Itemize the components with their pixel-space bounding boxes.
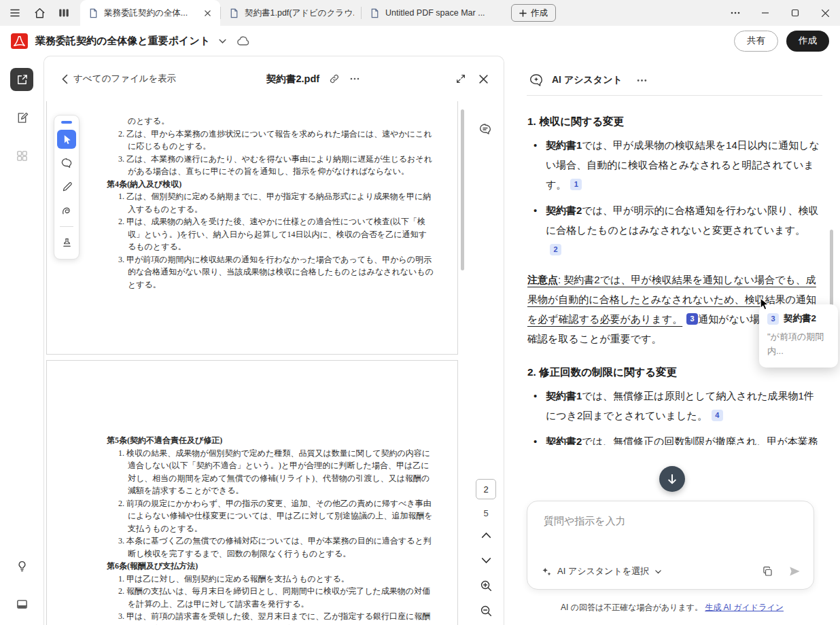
citation-badge[interactable]: 2 — [550, 244, 561, 255]
link-icon[interactable] — [329, 73, 340, 84]
pdf-scrollbar[interactable] — [461, 109, 464, 270]
pdf-header: すべてのファイルを表示 契約書2.pdf — [44, 56, 504, 101]
bullet-text: では、甲が成果物の検収結果を14日以内に通知しない場合、自動的に検収合格とみなさ… — [546, 139, 820, 190]
bottom-panel-icon[interactable] — [10, 592, 33, 615]
pdf-filename: 契約書2.pdf — [266, 73, 319, 86]
pdf-close-icon[interactable] — [478, 74, 489, 84]
prompt-input[interactable] — [527, 501, 813, 526]
ai-response-content[interactable]: 1. 検収に関する変更 契約書1では、甲が成果物の検収結果を14日以内に通知しな… — [504, 107, 840, 445]
draw-tool-icon[interactable] — [57, 177, 76, 196]
prompt-bottom-row: AI アシスタントを選択 — [527, 556, 813, 589]
select-tool-icon[interactable] — [57, 130, 76, 149]
organize-pages-icon[interactable] — [10, 144, 33, 167]
scroll-down-icon[interactable] — [659, 466, 685, 492]
back-label: すべてのファイルを表示 — [73, 73, 176, 85]
pdf-text-line: 3. 甲は、前項の請求書を受領した後、翌月末日までに、乙が指定する銀行口座に報酬 — [107, 610, 451, 623]
guideline-link[interactable]: 生成 AI ガイドライン — [705, 603, 784, 612]
assistant-select[interactable]: AI アシスタントを選択 — [541, 565, 662, 577]
citation-tooltip[interactable]: 3 契約書2 "が前項の期間内... — [759, 304, 838, 368]
apps-icon[interactable] — [53, 3, 75, 23]
disclaimer-text: AI の回答は不正確な場合があります。 — [561, 603, 703, 612]
pdf-text-line: によらない修補や仕様変更については、甲は乙に対して別途協議の上、追加報酬を — [107, 510, 451, 522]
bullet-bold-text: 契約書2 — [546, 204, 582, 216]
pdf-text-line: 2. 前項の規定にかかわらず、甲の指示の変更、追加、その他乙の責めに帰すべき事由 — [107, 497, 451, 510]
lightbulb-icon[interactable] — [10, 554, 33, 577]
pdf-text-line: 1. 甲は乙に対し、個別契約に定める報酬を支払うものとする。 — [107, 573, 451, 586]
document-icon — [370, 8, 380, 18]
tooltip-quote: "が前項の期間内... — [767, 329, 830, 358]
maximize-icon[interactable] — [780, 0, 810, 26]
tab-document-contract1[interactable]: 契約書1.pdf(アドビのクラウ... — [221, 0, 361, 26]
pdf-text-line: 的な合格通知がない限り、当該成果物は検収に合格したものとはみなされないもの — [107, 266, 451, 279]
pdf-text-line: 1. 乙は、個別契約に定める納期までに、甲が指定する納品形式により成果物を甲に納 — [107, 190, 451, 203]
more-icon[interactable] — [720, 0, 750, 26]
pdf-page-1-text: のとする。2. 乙は、甲から本業務の進捗状況について報告を求められた場合には、速… — [47, 115, 457, 291]
document-title: 業務委託契約の全体像と重要ポイント — [35, 35, 210, 48]
tab-document-summary[interactable]: 業務委託契約の全体... — [80, 0, 220, 26]
pdf-text-line: 収」という。)を行い、納入日から起算して14日以内に、検収の合否を乙に通知す — [107, 228, 451, 241]
pdf-text-line: を計算の上、乙は甲に対して請求書を発行する。 — [107, 598, 451, 611]
pdf-scroll-area[interactable]: のとする。2. 乙は、甲から本業務の進捗状況について報告を求められた場合には、速… — [44, 101, 504, 625]
ai-assistant-icon — [529, 73, 544, 87]
zoom-in-icon[interactable] — [476, 577, 495, 594]
document-icon — [88, 8, 99, 18]
pdf-text-line: 3. 甲が前項の期間内に検収結果の通知を行わなかった場合であっても、甲からの明示 — [107, 253, 451, 266]
app-toolbar: 業務委託契約の全体像と重要ポイント 共有 作成 — [0, 26, 840, 56]
ai-bullet-item: 契約書2では、無償修正の回数制限が撤廃され、甲が本業務の目的に適合すると判断し検… — [527, 431, 820, 445]
tab-close-icon[interactable] — [201, 7, 213, 19]
system-icons — [0, 3, 80, 23]
pdf-text-line: を振り込んで支払うものとする。なお、振込手数料は甲の負担とする。 — [107, 623, 451, 625]
toolbar-handle-icon[interactable] — [61, 121, 72, 124]
ai-section-heading: 1. 検収に関する変更 — [527, 114, 820, 129]
ai-scrollbar[interactable] — [830, 230, 833, 312]
edit-pdf-icon[interactable] — [10, 106, 33, 129]
tab-document-untitled[interactable]: Untitled PDF space Mar ... — [362, 0, 502, 26]
citation-badge[interactable]: 4 — [712, 410, 723, 421]
acrobat-app: { "colors": { "accent_blue": "#4b7cf5", … — [0, 0, 840, 625]
share-button[interactable]: 共有 — [734, 31, 778, 52]
chevron-down-icon[interactable] — [476, 552, 495, 569]
pdf-text-line: のとする。 — [107, 115, 451, 128]
bullet-text: では、無償修正の回数制限が撤廃され、甲が本業務の目的に適合すると判断し検収を完了… — [546, 435, 818, 445]
page-number-input[interactable]: 2 — [476, 479, 496, 499]
plus-icon — [519, 10, 527, 17]
window-controls — [720, 0, 840, 26]
pdf-text-line: 減額を請求することができる。 — [107, 484, 451, 497]
zoom-out-icon[interactable] — [476, 603, 495, 619]
create-button[interactable]: 作成 — [786, 31, 829, 52]
close-icon[interactable] — [810, 0, 840, 26]
left-sidebar — [0, 56, 43, 625]
copy-icon[interactable] — [759, 563, 775, 579]
bullet-bold-text: 契約書2 — [546, 435, 582, 445]
pdf-text-line: 2. 報酬の支払いは、毎月末日を締切日とし、同期間中に検収が完了した成果物の対価 — [107, 585, 451, 598]
new-tab-label: 作成 — [531, 7, 548, 19]
minimize-icon[interactable] — [750, 0, 780, 26]
citation-badge-active[interactable]: 3 — [686, 313, 698, 325]
bullet-bold-text: 契約書1 — [546, 390, 582, 401]
comment-tool-icon[interactable] — [57, 154, 76, 173]
new-tab-create-button[interactable]: 作成 — [511, 4, 556, 22]
citation-badge[interactable]: 1 — [570, 179, 582, 190]
expand-icon[interactable] — [455, 73, 466, 84]
ai-more-icon[interactable] — [636, 75, 648, 86]
send-icon[interactable] — [786, 563, 803, 579]
toolbar-right-actions: 共有 作成 — [734, 31, 829, 52]
chevron-up-icon[interactable] — [476, 527, 495, 543]
home-icon[interactable] — [29, 3, 50, 23]
menu-icon[interactable] — [4, 3, 26, 23]
pdf-more-icon[interactable] — [349, 73, 360, 84]
tooltip-header: 3 契約書2 — [767, 312, 830, 325]
pdf-text-line: 適合しない(以下「契約不適合」という。)と甲が合理的に判断した場合、甲は乙に — [107, 459, 451, 472]
ai-section-2-list: 契約書1では、無償修正は原則として納入された成果物1件につき2回までとされていま… — [527, 386, 820, 445]
export-pdf-icon[interactable] — [10, 68, 33, 91]
page-controls: 2 5 — [474, 479, 498, 619]
pdf-text-line: に応じるものとする。 — [107, 140, 451, 153]
pdf-page-2: 第5条(契約不適合責任及び修正)1. 検収の結果、成果物が個別契約で定めた種類、… — [46, 360, 458, 625]
back-to-all-files[interactable]: すべてのファイルを表示 — [62, 73, 176, 85]
stamp-tool-icon[interactable] — [57, 233, 76, 252]
chevron-down-icon[interactable] — [218, 37, 227, 46]
cloud-icon — [237, 35, 250, 46]
pdf-page-1: のとする。2. 乙は、甲から本業務の進捗状況について報告を求められた場合には、速… — [46, 101, 458, 355]
add-comment-icon[interactable] — [476, 120, 494, 138]
lasso-tool-icon[interactable] — [57, 201, 76, 220]
